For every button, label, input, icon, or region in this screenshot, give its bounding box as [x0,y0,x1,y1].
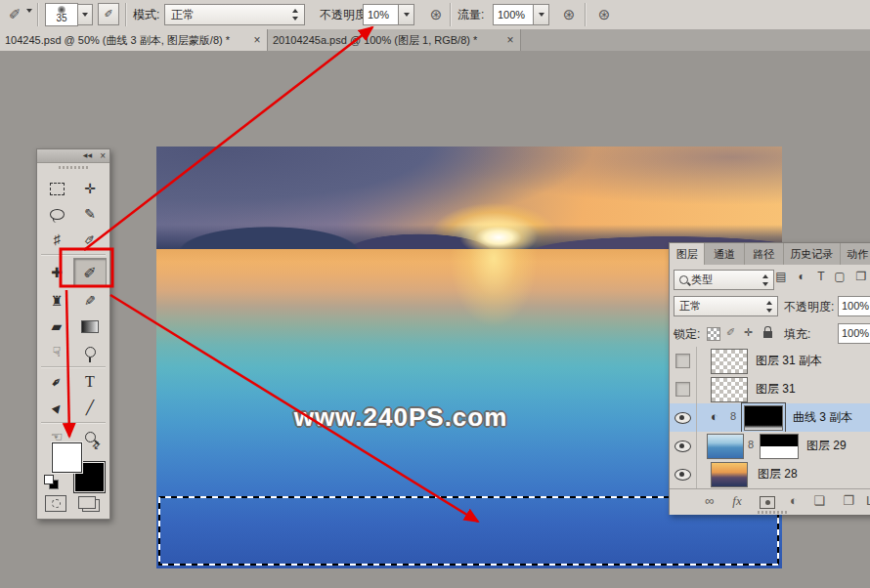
flow-input[interactable]: 100% [493,4,535,25]
brush-tool[interactable]: ✐ [73,258,107,287]
new-layer-icon[interactable]: ❐ [840,493,857,508]
layer-opacity-input[interactable]: 100% [838,296,870,316]
visibility-toggle[interactable] [670,375,697,403]
layer-name[interactable]: 曲线 3 副本 [793,403,852,432]
document-tab-2-title: 20104245a.psd @ 100% (图层 1, RGB/8) * [268,34,477,46]
layer-row-curves-3-copy[interactable]: ◐ 8 曲线 3 副本 [670,403,870,433]
visibility-empty-checkbox [675,382,690,397]
dodge-tool[interactable] [74,340,106,363]
layer-style-fx-icon[interactable]: fx [728,493,746,509]
rectangular-marquee-tool[interactable] [41,177,72,200]
quick-mask-mode-button[interactable] [45,495,66,512]
lock-position-icon[interactable]: ✛ [744,326,753,339]
brush-tool-indicator-icon[interactable]: ✐ [5,5,24,24]
layer-blend-mode-select[interactable]: 正常 [674,296,778,316]
document-tab-1[interactable]: 104245.psd @ 50% (曲线 3 副本, 图层蒙版/8) * × [0,29,268,51]
lasso-tool[interactable] [41,202,72,226]
visibility-toggle[interactable] [670,460,697,488]
layer-name[interactable]: 图层 29 [806,432,847,460]
clone-stamp-tool[interactable]: ♜ [41,289,72,313]
tab-channels[interactable]: 通道 [705,243,744,265]
brush-preset-picker[interactable]: 35 [45,3,78,26]
lock-pixels-icon[interactable]: ✐ [726,326,735,339]
layer-row-28[interactable]: 图层 28 [670,460,870,489]
collapse-panel-icon[interactable]: ◀◀ [83,149,92,162]
type-tool[interactable]: T [74,370,106,394]
mask-link-icon[interactable]: 8 [748,439,754,450]
close-tab-icon[interactable]: × [504,29,516,51]
layer-name[interactable]: 图层 31 副本 [756,347,822,375]
brush-indicator-caret-icon[interactable] [26,13,32,26]
filter-smart-object-icon[interactable]: ❐ [853,270,869,283]
filter-image-layers-icon[interactable]: ▤ [773,270,789,283]
panel-resize-grip[interactable] [758,511,787,514]
filter-shape-layers-icon[interactable]: ▢ [832,270,848,283]
add-layer-mask-icon[interactable] [760,496,775,509]
gradient-tool[interactable] [74,315,106,338]
layer-mask-thumbnail[interactable] [744,405,783,431]
airbrush-icon[interactable]: ⊛ [559,5,579,24]
lock-transparency-icon[interactable] [707,327,720,341]
tab-paths[interactable]: 路径 [745,243,784,265]
spot-healing-brush-tool[interactable]: ✚ [41,259,72,286]
layer-name[interactable]: 图层 31 [756,375,796,403]
lock-all-icon[interactable] [763,331,772,338]
layer-thumbnail-transparent[interactable] [711,377,748,402]
layers-panel-tabs: 图层 通道 路径 历史记录 动作 [670,243,870,265]
layers-panel: 图层 通道 路径 历史记录 动作 类型 ▤ ◐ T ▢ ❐ 正常 不透明度 [669,242,870,515]
screen-mode-button[interactable] [78,496,96,509]
tab-actions[interactable]: 动作 [841,243,870,265]
default-colors-icon[interactable] [44,475,58,488]
path-selection-tool[interactable]: ▶ [41,396,72,419]
eraser-tool[interactable]: ▰ [41,315,72,338]
flow-label: 流量: [457,0,484,29]
tab-history[interactable]: 历史记录 [784,243,841,265]
mask-link-icon[interactable]: 8 [730,410,736,422]
smudge-tool[interactable]: ☟ [41,340,72,363]
layer-row-31-copy[interactable]: 图层 31 副本 [670,347,870,376]
quick-selection-tool[interactable]: ✎ [74,202,106,226]
layer-thumbnail-image[interactable] [707,434,744,459]
tab-layers[interactable]: 图层 [670,243,705,265]
fill-input[interactable]: 100% [838,323,870,344]
crop-tool[interactable]: ♯ [41,228,72,251]
filter-type-select[interactable]: 类型 [674,270,774,290]
new-group-icon[interactable]: ❏ [810,493,828,508]
visibility-toggle[interactable] [670,347,697,375]
new-adjustment-layer-icon[interactable]: ◐ [785,493,803,508]
layer-row-31[interactable]: 图层 31 [670,375,870,404]
link-layers-icon[interactable]: ∞ [701,493,718,508]
document-tab-bar: 104245.psd @ 50% (曲线 3 副本, 图层蒙版/8) * × 2… [0,29,870,51]
tablet-pressure-opacity-icon[interactable]: ⊛ [426,5,446,24]
line-tool[interactable]: ╱ [74,396,106,419]
flow-caret-button[interactable] [533,4,549,25]
brush-preset-caret-button[interactable] [77,4,93,25]
toggle-brush-panel-button[interactable]: ✐ [98,3,119,25]
history-brush-tool[interactable]: ✎ [74,289,106,313]
search-icon [679,275,688,284]
foreground-color-swatch[interactable] [52,442,82,473]
move-tool[interactable]: ✛ [74,177,106,200]
layer-name[interactable]: 图层 28 [758,460,798,488]
close-panel-icon[interactable]: × [100,149,106,162]
layer-thumbnail-image[interactable] [711,462,748,487]
eyedropper-tool[interactable]: ✑ [74,228,106,251]
filter-adjustment-layers-icon[interactable]: ◐ [794,270,809,283]
opacity-caret-button[interactable] [398,4,414,25]
filter-type-layers-icon[interactable]: T [813,270,829,283]
close-tab-icon[interactable]: × [251,29,263,51]
visibility-toggle[interactable] [670,432,697,460]
layer-row-29[interactable]: 8 图层 29 [670,432,870,461]
adjustment-layer-icon[interactable]: ◐ [711,409,718,424]
panel-grip[interactable] [59,166,88,169]
layer-thumbnail-transparent[interactable] [711,349,748,374]
document-tab-2[interactable]: 20104245a.psd @ 100% (图层 1, RGB/8) * × [268,29,521,51]
delete-layer-icon[interactable]: Ш [863,493,870,508]
layer-mask-thumbnail[interactable] [760,434,799,459]
visibility-toggle[interactable] [670,403,697,432]
opacity-input[interactable]: 10% [363,4,400,25]
pen-tool[interactable]: ✒ [41,370,72,394]
blend-mode-select[interactable]: 正常 [164,4,305,25]
tablet-pressure-size-icon[interactable]: ⊛ [594,5,614,24]
tools-panel-header[interactable]: ◀◀ × [37,149,109,163]
